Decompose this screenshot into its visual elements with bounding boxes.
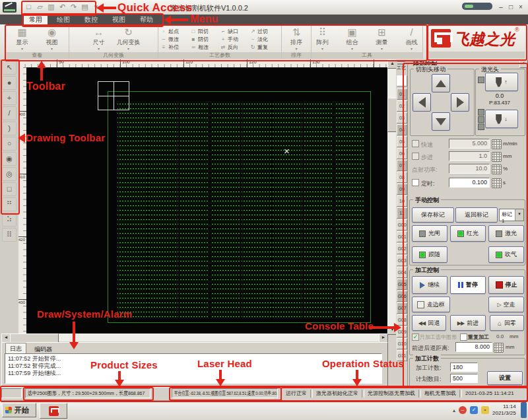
ribbon-small-button-r2c1[interactable]: ∞相连 — [191, 44, 220, 51]
layer-button-01[interactable]: 01 — [397, 88, 407, 100]
jog-checkbox-1[interactable] — [412, 153, 419, 160]
ribbon-button-measure[interactable]: ⊞测量▾ — [368, 26, 396, 51]
only-selected-checkbox[interactable]: ✓ — [412, 333, 419, 341]
layer-button-G11[interactable]: G11 — [397, 350, 407, 361]
layer-button-G02[interactable]: G02 — [397, 243, 407, 254]
numpad-icon[interactable] — [492, 152, 502, 162]
ribbon-button-view[interactable]: ◉视图▾ — [38, 26, 66, 51]
layer-button-10[interactable]: 10 — [397, 195, 407, 207]
more-dropdown-icon[interactable]: ▾ — [92, 3, 100, 11]
drawing-tool-shape[interactable]: ● — [2, 76, 16, 90]
layer-button-02[interactable]: 02 — [397, 100, 407, 112]
layer-button-G07[interactable]: G07 — [397, 302, 407, 314]
ribbon-small-button-r2c2[interactable]: ⇄反向 — [220, 44, 250, 51]
jog-down-button[interactable] — [432, 112, 450, 131]
layer-button-G10[interactable]: G10 — [397, 338, 407, 349]
ribbon-button-display[interactable]: ▦显示▾ — [9, 26, 36, 51]
open-folder-icon[interactable]: ▱ — [36, 3, 44, 11]
layer-button-03[interactable]: 03 — [397, 112, 407, 123]
layer-button-04[interactable]: 04 — [397, 124, 407, 135]
dry-run-button[interactable]: ▷空走 — [488, 297, 524, 312]
jog-right-button[interactable] — [451, 93, 469, 112]
layer-button-blank[interactable] — [397, 75, 407, 87]
ribbon-small-button-r0c3[interactable]: ↗过切 — [250, 28, 280, 35]
tray-language-icon[interactable] — [521, 402, 527, 418]
tab-绘图[interactable]: 绘图 — [51, 15, 75, 24]
panel-scroll-up-button[interactable]: ▲ — [519, 59, 528, 68]
scroll-left-button[interactable]: ◄ — [1, 333, 11, 343]
return-mark-button[interactable]: 返回标记 — [455, 207, 498, 223]
layer-button-07[interactable]: 07 — [397, 160, 407, 171]
layer-button-11[interactable]: 11 — [397, 207, 407, 219]
ribbon-button-transform[interactable]: ↻几何变换▾ — [115, 26, 143, 51]
ribbon-button-size[interactable]: ↔尺寸▾ — [85, 26, 113, 51]
numpad-icon[interactable] — [492, 164, 502, 174]
layer-button-05[interactable]: 05 — [397, 136, 407, 147]
jog-left-button[interactable] — [412, 93, 431, 112]
layer-button-06[interactable]: 06 — [397, 148, 407, 159]
back-button[interactable]: ◀◀回退 — [412, 315, 446, 331]
plan-field[interactable]: 500 — [450, 374, 478, 383]
tab-视图[interactable]: 视图 — [107, 15, 131, 24]
numpad-icon[interactable] — [492, 178, 502, 188]
numpad-icon[interactable] — [494, 343, 504, 353]
drawing-tool-rect[interactable]: □ — [2, 182, 16, 196]
jog-field-2[interactable]: 10.0 — [449, 164, 490, 174]
layer-button-08[interactable]: 08 — [397, 172, 407, 183]
drawing-tool-select[interactable]: ↖ — [2, 61, 16, 75]
tray-shield-icon[interactable]: ✓ — [470, 406, 478, 414]
ribbon-small-button-r0c1[interactable]: □阳切 — [191, 28, 220, 35]
taskbar-app-button[interactable] — [40, 403, 67, 419]
ribbon-button-array[interactable]: ⠿阵列▾ — [309, 26, 337, 51]
ribbon-button-sort[interactable]: ⇅排序▾ — [282, 26, 310, 51]
step-distance-field[interactable]: 8.000 — [455, 342, 492, 352]
layer-button-G03[interactable]: G03 — [397, 255, 407, 266]
mark-select[interactable]: 标记1 ▼ — [499, 209, 524, 221]
toggle-button-激光[interactable]: 激光 — [488, 225, 524, 242]
layer-button-G09[interactable]: G09 — [397, 326, 407, 337]
layer-button-G00[interactable]: G00 — [397, 219, 407, 230]
set-button[interactable]: 设置 — [487, 371, 523, 385]
continue-button[interactable]: 继续 — [412, 276, 447, 294]
drawing-tool-circle[interactable]: ○ — [2, 137, 16, 151]
tab-数控[interactable]: 数控 — [79, 15, 103, 24]
tab-帮助[interactable]: 帮助 — [135, 15, 158, 24]
save-icon[interactable]: ▥ — [47, 3, 55, 11]
tray-clock[interactable]: 11:142021/3/25 — [492, 403, 516, 417]
drawing-tool-point[interactable]: + — [2, 91, 16, 105]
toggle-button-光闸[interactable]: 光闸 — [412, 225, 447, 242]
jog-field-3[interactable]: 0.100 — [449, 178, 490, 188]
tab-log[interactable]: 日志 — [5, 343, 26, 354]
drawing-tool-ring[interactable]: ◎ — [2, 167, 16, 181]
trace-frame-button[interactable]: 走边框 — [412, 297, 450, 312]
numpad-icon[interactable] — [492, 139, 502, 149]
layer-button-G05[interactable]: G05 — [397, 279, 407, 290]
pause-button[interactable]: 暂停 — [450, 276, 486, 294]
tray-lock-icon[interactable]: • — [481, 406, 489, 414]
ribbon-button-draw-line[interactable]: /画线▾ — [398, 26, 426, 51]
ribbon-small-button-r1c3[interactable]: ~淡化 — [250, 36, 280, 43]
laser-head-down-button[interactable]: ↓ — [485, 110, 518, 128]
jog-field-0[interactable]: 5.000 — [449, 139, 490, 149]
toggle-button-吹气[interactable]: 吹气 — [488, 246, 524, 263]
home-button[interactable]: ⌂回零 — [490, 315, 524, 331]
undo-icon[interactable]: ↶ — [58, 3, 67, 11]
ribbon-small-button-r0c0[interactable]: ◦起点 — [161, 28, 191, 35]
drawing-canvas[interactable]: × — [26, 67, 387, 333]
hscrollbar-thumb[interactable] — [10, 333, 59, 343]
jog-checkbox-3[interactable] — [412, 179, 419, 186]
drawing-tool-line[interactable]: / — [2, 106, 16, 120]
canvas-hscrollbar[interactable] — [1, 333, 387, 341]
layer-button-G06[interactable]: G06 — [397, 291, 407, 302]
layer-button-G01[interactable]: G01 — [397, 231, 407, 242]
ribbon-small-button-r2c3[interactable]: ↻重复 — [250, 44, 280, 51]
tray-alert-icon[interactable]: ‒ — [459, 406, 467, 414]
jog-field-1[interactable]: 1.0 — [449, 151, 490, 161]
ribbon-button-combine[interactable]: ▣组合▾ — [339, 26, 366, 51]
toggle-button-红光[interactable]: 红光 — [450, 225, 486, 242]
start-button[interactable]: 开始 — [2, 403, 36, 417]
layer-button-09[interactable]: 09 — [397, 184, 407, 195]
log-list[interactable]: 11:07:52 开始暂停...11:07:52 暂停完成...11:07:59… — [5, 353, 382, 384]
jog-checkbox-0[interactable] — [412, 140, 419, 147]
ribbon-small-button-r0c2[interactable]: ⌐缺口 — [220, 28, 250, 35]
